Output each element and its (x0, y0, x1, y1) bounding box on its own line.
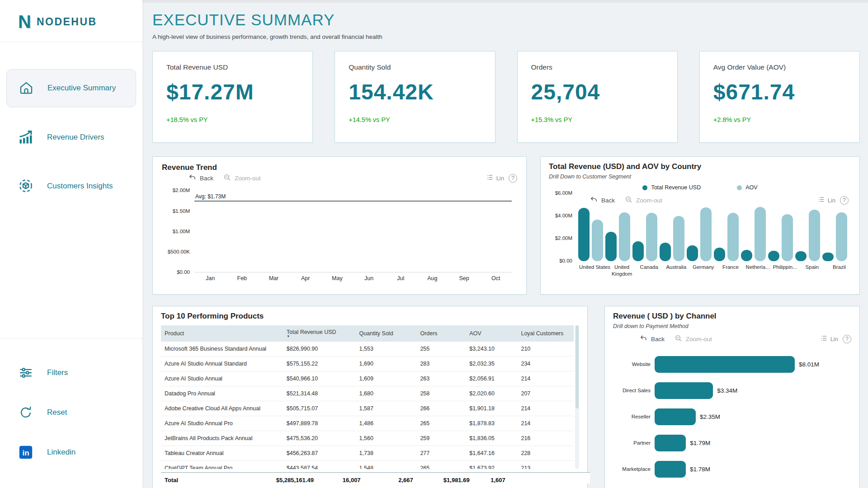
table-cell: ChatGPT Team Annual Pro (161, 461, 283, 469)
kpi-value: $671.74 (713, 80, 846, 104)
table-cell: $497,889.78 (283, 416, 356, 431)
channel-bar[interactable] (655, 435, 686, 451)
channel-chart-panel: Revenue ( USD ) by Channel Drill down to… (604, 306, 860, 488)
aov-bar[interactable] (836, 212, 847, 261)
table-cell: $1,647.16 (466, 446, 517, 461)
zoom-out-button[interactable]: Zoom-out (625, 196, 662, 205)
column-header-quantity-sold[interactable]: Quantity Sold (356, 325, 417, 342)
aov-bar[interactable] (592, 220, 603, 261)
list-icon (817, 196, 825, 204)
table-row[interactable]: Azure AI Studio Annual$540,966.101,60926… (161, 371, 574, 386)
table-row[interactable]: Adobe Creative Cloud All Apps Annual$505… (161, 401, 574, 416)
sidebar-item-filters[interactable]: Filters (6, 357, 136, 389)
zoom-out-label: Zoom-out (636, 197, 662, 204)
sidebar-item-customers-insights[interactable]: Customers Insights (6, 168, 136, 205)
legend-item-aov[interactable]: AOV (737, 184, 757, 191)
sidebar-item-label: Customers Insights (47, 182, 113, 191)
channel-bar[interactable] (655, 356, 795, 373)
back-button[interactable]: Back (639, 334, 665, 343)
back-button[interactable]: Back (188, 174, 213, 183)
table-header-row: ProductTotal Revenue USD▼Quantity SoldOr… (161, 325, 574, 342)
revenue-bar[interactable] (605, 232, 617, 262)
table-scrollbar-thumb[interactable] (576, 325, 579, 408)
table-cell: 207 (517, 386, 574, 401)
column-header-aov[interactable]: AOV (466, 325, 517, 342)
column-header-orders[interactable]: Orders (416, 325, 466, 342)
back-label: Back (200, 175, 213, 182)
bar-growth-icon (16, 128, 35, 147)
table-row[interactable]: Azure AI Studio Annual Standard$575,155.… (161, 357, 574, 371)
revenue-bar[interactable] (660, 243, 671, 261)
sidebar-item-revenue-drivers[interactable]: Revenue Drivers (6, 119, 136, 156)
table-row[interactable]: Azure AI Studio Annual Pro$497,889.781,4… (161, 416, 574, 431)
aov-bar[interactable] (755, 207, 766, 262)
x-axis-label: Jun (351, 275, 387, 282)
panel-subtitle: Drill Down to Customer Segment (549, 174, 851, 180)
x-axis-label: Jul (382, 275, 419, 282)
sidebar-item-executive-summary[interactable]: Executive Summary (6, 69, 136, 107)
zoom-out-button[interactable]: Zoom-out (223, 174, 261, 183)
channel-bar[interactable] (655, 408, 696, 425)
channel-value-label: $8.01M (799, 361, 819, 368)
table-cell: 1,560 (356, 431, 417, 446)
channel-value-label: $1.79M (690, 440, 710, 446)
aov-bar[interactable] (809, 210, 820, 261)
y-axis-tick: $6.00M (541, 190, 572, 196)
linear-scale-toggle[interactable]: Lin (817, 196, 835, 204)
help-icon[interactable]: ? (843, 335, 851, 343)
country-group-philippin-: Philippin... (768, 214, 793, 262)
aov-bar[interactable] (727, 213, 739, 261)
help-icon[interactable]: ? (509, 174, 517, 183)
revenue-bar[interactable] (714, 248, 725, 262)
channel-label: Direct Sales (613, 388, 655, 393)
table-cell: 1,587 (356, 401, 417, 416)
help-icon[interactable]: ? (840, 196, 849, 205)
table-row[interactable]: ChatGPT Team Annual Pro$443,587.541,5482… (161, 461, 574, 469)
channel-value-label: $1.78M (690, 466, 710, 473)
panel-title: Top 10 Performing Products (161, 312, 579, 321)
aov-bar[interactable] (673, 216, 684, 262)
revenue-bar[interactable] (578, 208, 590, 261)
kpi-value: 25,704 (531, 80, 664, 104)
revenue-bar[interactable] (632, 241, 644, 262)
channel-bar[interactable] (655, 461, 686, 478)
aov-bar[interactable] (646, 213, 657, 261)
legend-item-total-revenue-usd[interactable]: Total Revenue USD (642, 184, 701, 191)
aov-bar[interactable] (619, 212, 630, 261)
x-axis-label: Brazil (822, 264, 856, 271)
linear-scale-toggle[interactable]: Lin (820, 335, 838, 343)
nodehub-logo-icon: N (18, 13, 30, 31)
aov-bar[interactable] (782, 214, 793, 262)
table-cell: $456,263.87 (283, 446, 356, 461)
table-row[interactable]: Microsoft 365 Business Standard Annual$8… (161, 342, 574, 357)
zoom-out-button[interactable]: Zoom-out (675, 334, 712, 344)
column-header-total-revenue-usd[interactable]: Total Revenue USD▼ (283, 325, 356, 342)
x-axis-label: Feb (224, 275, 260, 282)
revenue-bar[interactable] (795, 251, 807, 261)
revenue-trend-chart: $2.00M$1.50M$1.00M$500.00K$0.00JanFebMar… (194, 188, 512, 283)
revenue-bar[interactable] (822, 253, 834, 261)
sidebar-item-reset[interactable]: Reset (6, 397, 136, 428)
back-label: Back (651, 336, 665, 343)
sidebar-item-linkedin[interactable]: inLinkedin (6, 436, 136, 468)
revenue-bar[interactable] (741, 250, 752, 262)
back-icon (590, 196, 598, 205)
linear-scale-toggle[interactable]: Lin (486, 174, 504, 182)
back-button[interactable]: Back (590, 196, 615, 205)
channel-bar[interactable] (655, 382, 713, 399)
table-row[interactable]: Datadog Pro Annual$521,314.481,680258$2,… (161, 386, 574, 401)
total-cell: 16,007 (339, 477, 395, 483)
column-header-loyal-customers[interactable]: Loyal Customers (517, 325, 574, 342)
table-cell: 277 (416, 446, 466, 461)
charts-row: Revenue Trend BackZoom-outLin? $2.00M$1.… (152, 156, 860, 295)
aov-bar[interactable] (700, 207, 712, 262)
revenue-bar[interactable] (687, 245, 698, 262)
table-scrollbar[interactable] (575, 325, 579, 469)
revenue-bar[interactable] (768, 251, 779, 261)
table-row[interactable]: Tableau Creator Annual$456,263.871,73827… (161, 446, 574, 461)
column-header-product[interactable]: Product (161, 325, 283, 342)
kpi-label: Total Revenue USD (166, 63, 299, 71)
table-row[interactable]: JetBrains All Products Pack Annual$475,5… (161, 431, 574, 446)
table-cell: $2,032.35 (466, 357, 517, 371)
table-cell: 265 (416, 461, 466, 469)
